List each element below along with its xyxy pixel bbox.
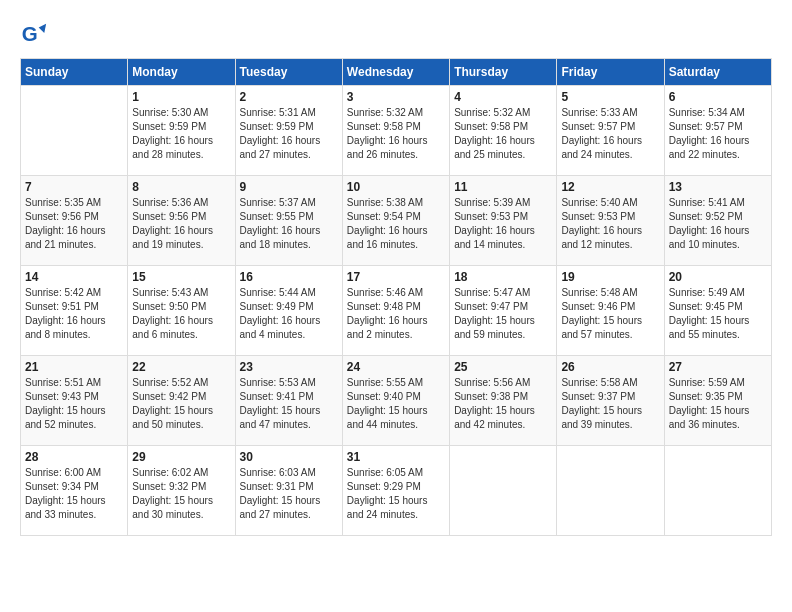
day-number: 26 [561, 360, 659, 374]
day-number: 25 [454, 360, 552, 374]
calendar-cell: 10Sunrise: 5:38 AM Sunset: 9:54 PM Dayli… [342, 176, 449, 266]
day-number: 2 [240, 90, 338, 104]
day-number: 27 [669, 360, 767, 374]
calendar-table: SundayMondayTuesdayWednesdayThursdayFrid… [20, 58, 772, 536]
day-info: Sunrise: 5:42 AM Sunset: 9:51 PM Dayligh… [25, 286, 123, 342]
day-number: 24 [347, 360, 445, 374]
logo: G [20, 20, 52, 48]
day-info: Sunrise: 5:30 AM Sunset: 9:59 PM Dayligh… [132, 106, 230, 162]
calendar-cell: 7Sunrise: 5:35 AM Sunset: 9:56 PM Daylig… [21, 176, 128, 266]
calendar-cell: 20Sunrise: 5:49 AM Sunset: 9:45 PM Dayli… [664, 266, 771, 356]
day-number: 23 [240, 360, 338, 374]
calendar-cell: 2Sunrise: 5:31 AM Sunset: 9:59 PM Daylig… [235, 86, 342, 176]
calendar-cell: 13Sunrise: 5:41 AM Sunset: 9:52 PM Dayli… [664, 176, 771, 266]
day-number: 14 [25, 270, 123, 284]
day-number: 1 [132, 90, 230, 104]
day-info: Sunrise: 5:48 AM Sunset: 9:46 PM Dayligh… [561, 286, 659, 342]
day-info: Sunrise: 5:46 AM Sunset: 9:48 PM Dayligh… [347, 286, 445, 342]
day-number: 20 [669, 270, 767, 284]
calendar-cell: 30Sunrise: 6:03 AM Sunset: 9:31 PM Dayli… [235, 446, 342, 536]
day-number: 13 [669, 180, 767, 194]
day-info: Sunrise: 5:55 AM Sunset: 9:40 PM Dayligh… [347, 376, 445, 432]
day-number: 15 [132, 270, 230, 284]
day-info: Sunrise: 5:32 AM Sunset: 9:58 PM Dayligh… [347, 106, 445, 162]
day-number: 22 [132, 360, 230, 374]
day-number: 18 [454, 270, 552, 284]
weekday-header-saturday: Saturday [664, 59, 771, 86]
calendar-week-row: 28Sunrise: 6:00 AM Sunset: 9:34 PM Dayli… [21, 446, 772, 536]
calendar-week-row: 7Sunrise: 5:35 AM Sunset: 9:56 PM Daylig… [21, 176, 772, 266]
calendar-cell: 28Sunrise: 6:00 AM Sunset: 9:34 PM Dayli… [21, 446, 128, 536]
day-number: 12 [561, 180, 659, 194]
day-number: 4 [454, 90, 552, 104]
day-number: 9 [240, 180, 338, 194]
day-info: Sunrise: 5:37 AM Sunset: 9:55 PM Dayligh… [240, 196, 338, 252]
calendar-cell: 5Sunrise: 5:33 AM Sunset: 9:57 PM Daylig… [557, 86, 664, 176]
day-number: 10 [347, 180, 445, 194]
calendar-week-row: 14Sunrise: 5:42 AM Sunset: 9:51 PM Dayli… [21, 266, 772, 356]
day-info: Sunrise: 5:43 AM Sunset: 9:50 PM Dayligh… [132, 286, 230, 342]
day-info: Sunrise: 5:40 AM Sunset: 9:53 PM Dayligh… [561, 196, 659, 252]
day-info: Sunrise: 5:58 AM Sunset: 9:37 PM Dayligh… [561, 376, 659, 432]
weekday-header-thursday: Thursday [450, 59, 557, 86]
day-info: Sunrise: 5:51 AM Sunset: 9:43 PM Dayligh… [25, 376, 123, 432]
weekday-header-tuesday: Tuesday [235, 59, 342, 86]
day-number: 28 [25, 450, 123, 464]
calendar-cell: 11Sunrise: 5:39 AM Sunset: 9:53 PM Dayli… [450, 176, 557, 266]
weekday-header-sunday: Sunday [21, 59, 128, 86]
day-info: Sunrise: 5:52 AM Sunset: 9:42 PM Dayligh… [132, 376, 230, 432]
calendar-cell: 12Sunrise: 5:40 AM Sunset: 9:53 PM Dayli… [557, 176, 664, 266]
day-number: 30 [240, 450, 338, 464]
calendar-cell [21, 86, 128, 176]
calendar-cell: 1Sunrise: 5:30 AM Sunset: 9:59 PM Daylig… [128, 86, 235, 176]
day-number: 11 [454, 180, 552, 194]
day-number: 5 [561, 90, 659, 104]
weekday-row: SundayMondayTuesdayWednesdayThursdayFrid… [21, 59, 772, 86]
day-number: 7 [25, 180, 123, 194]
calendar-cell: 26Sunrise: 5:58 AM Sunset: 9:37 PM Dayli… [557, 356, 664, 446]
svg-text:G: G [22, 22, 38, 45]
calendar-cell: 17Sunrise: 5:46 AM Sunset: 9:48 PM Dayli… [342, 266, 449, 356]
calendar-cell: 22Sunrise: 5:52 AM Sunset: 9:42 PM Dayli… [128, 356, 235, 446]
calendar-cell: 15Sunrise: 5:43 AM Sunset: 9:50 PM Dayli… [128, 266, 235, 356]
day-info: Sunrise: 5:31 AM Sunset: 9:59 PM Dayligh… [240, 106, 338, 162]
day-info: Sunrise: 5:56 AM Sunset: 9:38 PM Dayligh… [454, 376, 552, 432]
calendar-cell: 24Sunrise: 5:55 AM Sunset: 9:40 PM Dayli… [342, 356, 449, 446]
calendar-cell: 6Sunrise: 5:34 AM Sunset: 9:57 PM Daylig… [664, 86, 771, 176]
calendar-cell: 31Sunrise: 6:05 AM Sunset: 9:29 PM Dayli… [342, 446, 449, 536]
calendar-week-row: 1Sunrise: 5:30 AM Sunset: 9:59 PM Daylig… [21, 86, 772, 176]
calendar-cell: 4Sunrise: 5:32 AM Sunset: 9:58 PM Daylig… [450, 86, 557, 176]
day-number: 17 [347, 270, 445, 284]
day-number: 31 [347, 450, 445, 464]
calendar-header: SundayMondayTuesdayWednesdayThursdayFrid… [21, 59, 772, 86]
calendar-cell [664, 446, 771, 536]
weekday-header-monday: Monday [128, 59, 235, 86]
day-info: Sunrise: 5:36 AM Sunset: 9:56 PM Dayligh… [132, 196, 230, 252]
day-number: 16 [240, 270, 338, 284]
day-info: Sunrise: 5:59 AM Sunset: 9:35 PM Dayligh… [669, 376, 767, 432]
calendar-cell: 27Sunrise: 5:59 AM Sunset: 9:35 PM Dayli… [664, 356, 771, 446]
calendar-cell: 18Sunrise: 5:47 AM Sunset: 9:47 PM Dayli… [450, 266, 557, 356]
calendar-cell: 14Sunrise: 5:42 AM Sunset: 9:51 PM Dayli… [21, 266, 128, 356]
calendar-body: 1Sunrise: 5:30 AM Sunset: 9:59 PM Daylig… [21, 86, 772, 536]
day-info: Sunrise: 5:35 AM Sunset: 9:56 PM Dayligh… [25, 196, 123, 252]
day-info: Sunrise: 5:33 AM Sunset: 9:57 PM Dayligh… [561, 106, 659, 162]
calendar-cell: 8Sunrise: 5:36 AM Sunset: 9:56 PM Daylig… [128, 176, 235, 266]
day-info: Sunrise: 5:44 AM Sunset: 9:49 PM Dayligh… [240, 286, 338, 342]
page-header: G [20, 20, 772, 48]
calendar-cell: 3Sunrise: 5:32 AM Sunset: 9:58 PM Daylig… [342, 86, 449, 176]
calendar-cell [450, 446, 557, 536]
day-number: 3 [347, 90, 445, 104]
day-info: Sunrise: 5:34 AM Sunset: 9:57 PM Dayligh… [669, 106, 767, 162]
weekday-header-wednesday: Wednesday [342, 59, 449, 86]
calendar-cell: 21Sunrise: 5:51 AM Sunset: 9:43 PM Dayli… [21, 356, 128, 446]
day-info: Sunrise: 5:39 AM Sunset: 9:53 PM Dayligh… [454, 196, 552, 252]
day-number: 19 [561, 270, 659, 284]
day-info: Sunrise: 5:53 AM Sunset: 9:41 PM Dayligh… [240, 376, 338, 432]
calendar-cell: 29Sunrise: 6:02 AM Sunset: 9:32 PM Dayli… [128, 446, 235, 536]
day-number: 21 [25, 360, 123, 374]
day-info: Sunrise: 6:00 AM Sunset: 9:34 PM Dayligh… [25, 466, 123, 522]
day-info: Sunrise: 6:03 AM Sunset: 9:31 PM Dayligh… [240, 466, 338, 522]
day-info: Sunrise: 5:47 AM Sunset: 9:47 PM Dayligh… [454, 286, 552, 342]
calendar-cell: 9Sunrise: 5:37 AM Sunset: 9:55 PM Daylig… [235, 176, 342, 266]
